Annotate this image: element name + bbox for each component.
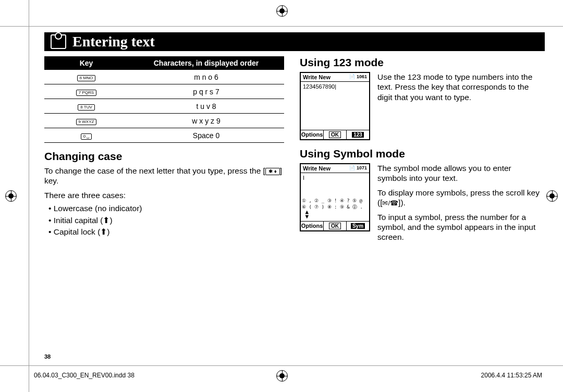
screen-title: Write New xyxy=(303,165,331,172)
list-item: Lowercase (no indicator) xyxy=(48,203,284,213)
cases-list: Lowercase (no indicator) Initial capital… xyxy=(44,203,284,237)
table-header-chars: Characters, in displayed order xyxy=(128,56,284,70)
updown-icon: ▲ ▼ xyxy=(302,210,309,219)
mode123-text: Use the 123 mode to type numbers into th… xyxy=(377,72,540,102)
softkey-ok: OK xyxy=(324,130,347,139)
page-number: 38 xyxy=(44,353,51,360)
changing-case-heading: Changing case xyxy=(44,150,284,163)
table-row: 7 PQRSp q r s 7 xyxy=(44,84,284,99)
registration-mark-icon xyxy=(276,370,288,382)
phone-screen-123: Write New 📄 1061 1234567890| Options OK … xyxy=(300,72,370,140)
three-cases-intro: There are three cases: xyxy=(44,190,284,200)
input-mode-badge: 123 xyxy=(347,130,369,139)
symbol-text-2: To display more symbols, press the scrol… xyxy=(377,188,540,208)
chapter-title-bar: Entering text xyxy=(44,32,545,51)
char-count: 📄 1071 xyxy=(349,165,367,172)
input-mode-badge: Sym xyxy=(347,222,369,230)
table-row: 8 TUVt u v 8 xyxy=(44,99,284,114)
softkey-ok: OK xyxy=(324,222,347,230)
softkey-options: Options xyxy=(301,130,324,139)
using-123-heading: Using 123 mode xyxy=(300,56,540,69)
chars-cell: Space 0 xyxy=(128,128,284,143)
registration-mark-icon xyxy=(546,190,558,202)
chars-cell: m n o 6 xyxy=(128,70,284,84)
key-8-icon: 8 TUV xyxy=(78,104,95,111)
footer-filename: 06.04.03_C300_EN_REV00.indd 38 xyxy=(34,372,134,379)
list-item: Initial capital (⬆) xyxy=(48,215,284,225)
star-key-icon: ✱ ♦ xyxy=(265,168,280,176)
footer-timestamp: 2006.4.4 11:53:25 AM xyxy=(481,372,542,379)
key-0-icon: 0 ␣ xyxy=(81,133,92,140)
using-symbol-heading: Using Symbol mode xyxy=(300,148,540,160)
key-character-table: Key Characters, in displayed order 6 MNO… xyxy=(44,56,284,143)
table-row: 6 MNOm n o 6 xyxy=(44,70,284,84)
right-column: Using 123 mode Write New 📄 1061 12345678… xyxy=(300,56,540,247)
symbol-text-1: The symbol mode allows you to enter symb… xyxy=(377,163,540,183)
screen-title: Write New xyxy=(303,74,331,80)
phone-screen-symbol: Write New 📄 1071 I ① , ② _ ③ ! ④ ? ⑤ @ ⑥… xyxy=(300,163,370,231)
softkey-options: Options xyxy=(301,222,324,230)
key-7-icon: 7 PQRS xyxy=(76,90,96,96)
table-row: 9 WXYZw x y z 9 xyxy=(44,114,284,128)
chars-cell: w x y z 9 xyxy=(128,114,284,128)
scroll-keys-icon: ✉/☎ xyxy=(382,199,398,207)
symbol-grid: ① , ② _ ③ ! ④ ? ⑤ @ ⑥ ( ⑦ ) ⑧ : ⑨ & ⓪ . … xyxy=(302,198,368,220)
chars-cell: p q r s 7 xyxy=(128,84,284,99)
chars-cell: t u v 8 xyxy=(128,99,284,114)
table-header-key: Key xyxy=(44,56,128,70)
table-row: 0 ␣Space 0 xyxy=(44,128,284,143)
screen-body: I ① , ② _ ③ ! ④ ? ⑤ @ ⑥ ( ⑦ ) ⑧ : ⑨ & ⓪ … xyxy=(301,173,369,221)
registration-mark-icon xyxy=(276,5,288,17)
char-count: 📄 1061 xyxy=(349,74,367,80)
key-6-icon: 6 MNO xyxy=(77,75,95,81)
chapter-title: Entering text xyxy=(72,33,155,50)
lock-icon xyxy=(51,34,66,49)
left-column: Key Characters, in displayed order 6 MNO… xyxy=(44,56,284,247)
list-item: Capital lock (⬆) xyxy=(48,227,284,237)
symbol-text-3: To input a symbol, press the number for … xyxy=(377,212,540,242)
changing-case-text: To change the case of the next letter th… xyxy=(44,166,284,186)
page-content: Entering text Key Characters, in display… xyxy=(44,32,545,366)
registration-mark-icon xyxy=(5,190,17,202)
screen-body: 1234567890| xyxy=(301,82,369,130)
key-9-icon: 9 WXYZ xyxy=(76,119,97,125)
